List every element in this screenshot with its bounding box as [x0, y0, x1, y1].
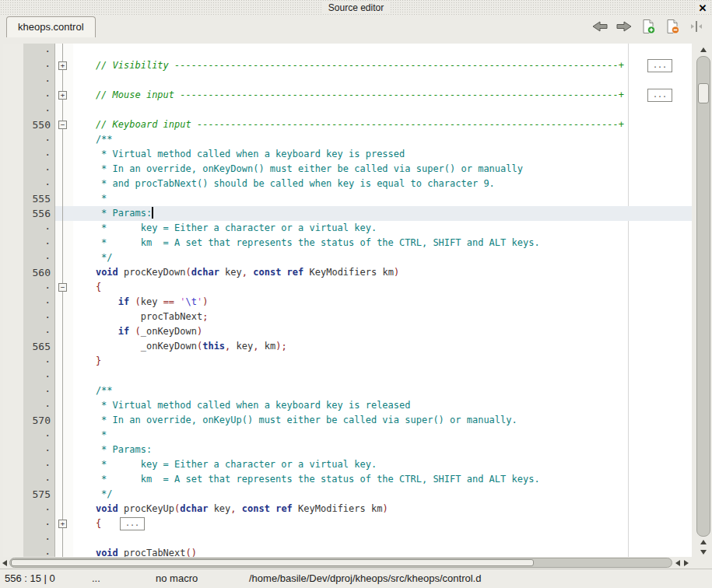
- code-line[interactable]: *: [73, 428, 692, 443]
- code-token: [73, 267, 96, 278]
- code-line[interactable]: * key = Either a character or a virtual …: [73, 221, 692, 236]
- code-line[interactable]: /**: [73, 383, 692, 398]
- fold-expand-icon[interactable]: +: [58, 520, 67, 528]
- tab-kheops-control[interactable]: kheops.control: [6, 16, 96, 37]
- code-token: _onKeyDown: [141, 341, 197, 352]
- scroll-left-button[interactable]: [0, 557, 9, 569]
- fold-ellipsis-box[interactable]: ...: [120, 517, 145, 530]
- code-line[interactable]: // Mouse input -------------------------…: [73, 88, 692, 103]
- line-number: 570: [3, 413, 54, 428]
- code-line[interactable]: _onKeyDown(this, key, km);: [73, 339, 692, 354]
- vertical-scrollbar[interactable]: [695, 44, 712, 557]
- fold-ellipsis-box[interactable]: ...: [647, 59, 672, 72]
- text-cursor: [152, 207, 153, 219]
- code-line[interactable]: {...: [73, 516, 692, 531]
- close-icon[interactable]: ✕: [696, 2, 709, 14]
- title-bar[interactable]: Source editor ✕: [0, 0, 712, 16]
- code-token: ----------------------------------------…: [174, 60, 619, 71]
- code-token: dchar: [191, 267, 219, 278]
- fold-margin: [54, 310, 73, 324]
- code-line[interactable]: void procKeyUp(dchar key, const ref KeyM…: [73, 502, 692, 516]
- scroll-left-button-secondary[interactable]: [673, 557, 682, 569]
- code-line[interactable]: [73, 103, 692, 117]
- code-token: [73, 355, 96, 366]
- line-number: ·: [3, 354, 54, 369]
- code-line[interactable]: * key = Either a character or a virtual …: [73, 457, 692, 472]
- code-line[interactable]: * km = A set that represents the status …: [73, 236, 692, 250]
- code-line[interactable]: * In an override, onKeyDown() must eithe…: [73, 162, 692, 177]
- fold-collapse-icon[interactable]: −: [58, 283, 67, 292]
- code-line[interactable]: * and procTabNext() should be called whe…: [73, 177, 692, 191]
- code-line[interactable]: [73, 531, 692, 546]
- navigate-forward-button[interactable]: [615, 17, 633, 36]
- horizontal-scroll-track[interactable]: [9, 558, 672, 568]
- code-row: · * Virtual method called when a keyboar…: [3, 398, 692, 413]
- fold-margin: [54, 191, 73, 206]
- code-token: [237, 503, 242, 514]
- fold-expand-icon[interactable]: +: [58, 91, 67, 100]
- new-document-button[interactable]: [639, 17, 658, 36]
- scroll-down-button[interactable]: [695, 548, 712, 557]
- fold-collapse-icon[interactable]: −: [58, 121, 67, 129]
- code-line[interactable]: void procKeyDown(dchar key, const ref Ke…: [73, 265, 692, 280]
- fold-margin: [54, 487, 73, 502]
- code-line[interactable]: * Virtual method called when a keyboard …: [73, 147, 692, 162]
- code-row: · * key = Either a character or a virtua…: [3, 457, 692, 472]
- code-line[interactable]: void procTabNext(): [73, 546, 692, 557]
- code-line[interactable]: // Keyboard input ----------------------…: [73, 117, 692, 132]
- code-line[interactable]: *: [73, 191, 692, 206]
- code-token: [73, 548, 96, 557]
- line-number: ·: [3, 103, 54, 117]
- remove-document-button[interactable]: [663, 17, 682, 36]
- fold-margin: [54, 44, 73, 58]
- fold-margin: [54, 103, 73, 117]
- code-token: // Visibility: [73, 60, 174, 71]
- code-line[interactable]: procTabNext;: [73, 310, 692, 324]
- code-editor[interactable]: ··+ // Visibility ----------------------…: [3, 44, 692, 557]
- code-line[interactable]: if (_onKeyDown): [73, 324, 692, 339]
- fold-margin: +: [54, 516, 73, 531]
- code-token: key: [230, 341, 253, 352]
- fold-ellipsis-box[interactable]: ...: [647, 89, 672, 102]
- code-line[interactable]: */: [73, 250, 692, 265]
- code-row: · * Virtual method called when a keyboar…: [3, 147, 692, 162]
- fold-margin: [54, 162, 73, 177]
- line-number: 556: [3, 206, 54, 221]
- code-row: · if (key == '\t'): [3, 295, 692, 310]
- code-line[interactable]: {: [73, 280, 692, 295]
- code-line[interactable]: * Virtual method called when a keyboard …: [73, 398, 692, 413]
- scroll-up-button[interactable]: [695, 44, 712, 56]
- code-token: ,: [230, 503, 236, 514]
- vertical-scroll-thumb[interactable]: [698, 83, 709, 103]
- left-arrow-icon: [2, 560, 7, 566]
- code-token: );: [275, 341, 286, 352]
- horizontal-scrollbar[interactable]: [0, 557, 692, 569]
- code-row: 560 void procKeyDown(dchar key, const re…: [3, 265, 692, 280]
- navigate-back-button[interactable]: [591, 17, 609, 36]
- code-line[interactable]: * km = A set that represents the status …: [73, 472, 692, 487]
- code-line[interactable]: /**: [73, 132, 692, 147]
- horizontal-scroll-thumb[interactable]: [11, 559, 534, 566]
- code-line[interactable]: }: [73, 354, 692, 369]
- fold-margin: −: [54, 117, 73, 132]
- fold-expand-icon[interactable]: +: [58, 61, 67, 70]
- code-line[interactable]: * Params:: [73, 206, 692, 221]
- code-token: [73, 311, 141, 322]
- code-line[interactable]: [73, 44, 692, 58]
- code-row: ·− {: [3, 280, 692, 295]
- code-line[interactable]: * Params:: [73, 443, 692, 457]
- code-line[interactable]: // Visibility --------------------------…: [73, 58, 692, 73]
- code-token: ,: [242, 267, 247, 278]
- code-line[interactable]: */: [73, 487, 692, 502]
- split-view-button[interactable]: [687, 17, 706, 36]
- fold-margin: [54, 206, 73, 221]
- code-line[interactable]: [73, 369, 692, 383]
- code-line[interactable]: [73, 73, 692, 88]
- code-line[interactable]: * In an override, onKeyUp() must either …: [73, 413, 692, 428]
- scroll-right-button[interactable]: [682, 557, 690, 569]
- fold-margin: [54, 413, 73, 428]
- scroll-up-button-secondary[interactable]: [695, 537, 712, 547]
- vertical-scroll-track[interactable]: [696, 56, 710, 537]
- code-line[interactable]: if (key == '\t'): [73, 295, 692, 310]
- code-token: [73, 326, 118, 337]
